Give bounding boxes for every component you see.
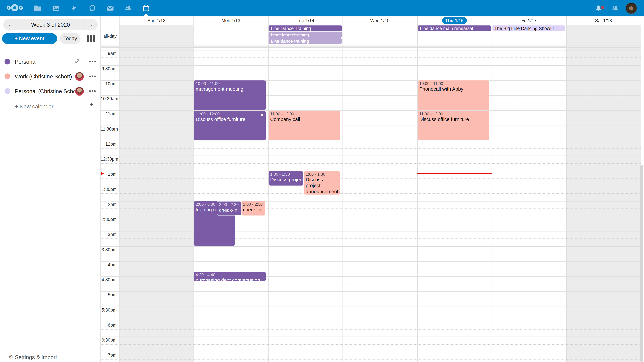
event-card[interactable]: 2:00 - 2:30check-in <box>241 201 265 216</box>
day-header[interactable]: Wed 1/15 <box>343 16 417 25</box>
slot-line <box>100 231 641 231</box>
calendar-sidebar: Week 3 of 2020 + New event Today Persona… <box>0 16 100 362</box>
view-switcher-button[interactable] <box>87 35 94 42</box>
slot-line-quarter <box>100 314 641 314</box>
new-event-button[interactable]: + New event <box>2 33 57 44</box>
event-time: 1:00 - 1:30 <box>270 171 302 177</box>
time-axis-label: 11am <box>100 111 117 117</box>
slot-line-quarter <box>100 193 641 194</box>
week-range-label[interactable]: Week 3 of 2020 <box>16 19 85 30</box>
slot-line-quarter <box>100 239 641 239</box>
event-card[interactable]: 11:00 - 12:00Company call <box>268 111 340 140</box>
slot-line-quarter <box>100 329 641 330</box>
slot-line <box>100 171 641 171</box>
grid-column-line <box>492 16 492 362</box>
event-card[interactable]: 10:00 - 11:00management meeting <box>194 80 266 110</box>
reminder-bell-icon <box>260 112 264 119</box>
slot-line <box>100 337 641 337</box>
allday-event[interactable]: Line dance training <box>269 32 342 38</box>
event-card[interactable]: 1:00 - 1:30Discuss project announcement <box>304 171 340 195</box>
owner-avatar <box>75 72 84 81</box>
event-title: Discuss project announcement <box>306 177 338 195</box>
allday-event[interactable]: Line dance training <box>269 38 342 44</box>
calendar-icon[interactable] <box>141 3 151 13</box>
allday-event[interactable]: Line dance main rehearsal <box>418 25 491 31</box>
day-header-label: Sat 1/18 <box>595 18 612 23</box>
mail-icon[interactable] <box>105 3 115 13</box>
time-axis-label: 7pm <box>100 353 117 358</box>
photos-icon[interactable] <box>51 3 61 13</box>
event-time: 11:00 - 12:00 <box>419 111 488 116</box>
plus-icon[interactable]: + <box>90 101 94 109</box>
event-card[interactable]: 11:00 - 12:00Discuss office furniture <box>418 111 489 140</box>
calendar-list-item[interactable]: Work (Christine Schott) <box>0 70 100 82</box>
time-axis-label: 3:30pm <box>100 247 117 252</box>
event-title: check-in <box>219 207 239 213</box>
slot-line-quarter <box>100 88 641 88</box>
files-icon[interactable] <box>33 3 43 13</box>
time-axis-label: 11:30am <box>100 126 117 132</box>
day-header-border <box>100 25 644 25</box>
day-header-label: Fri 1/17 <box>521 18 536 23</box>
event-card[interactable]: 4:20 - 4:40purchasing dept conversation <box>194 272 266 281</box>
allday-event[interactable]: The Big Line Dancing Show!!! <box>492 25 565 31</box>
nextcloud-logo[interactable] <box>6 3 24 13</box>
day-header[interactable]: Sun 1/12 <box>119 16 194 25</box>
talk-icon[interactable] <box>88 3 98 13</box>
day-header[interactable]: Mon 1/13 <box>194 16 268 25</box>
day-header-label: Tue 1/14 <box>296 18 314 23</box>
share-link-icon[interactable] <box>74 59 80 66</box>
grid-column-line <box>566 16 566 362</box>
current-time-line <box>417 173 492 174</box>
notifications-bell-icon[interactable] <box>594 3 604 13</box>
vertical-scrollbar[interactable] <box>640 165 643 362</box>
current-time-arrow <box>101 172 104 175</box>
today-pill[interactable]: Thu 1/16 <box>442 17 467 24</box>
grid-column-line <box>194 16 194 362</box>
event-card[interactable]: 2:00 - 2:30check-in <box>217 201 241 216</box>
time-axis-label: 10am <box>100 81 117 86</box>
slot-line <box>100 322 641 322</box>
event-card[interactable]: 1:00 - 1:30Discuss project announcement <box>268 171 303 185</box>
next-week-button[interactable] <box>85 19 98 30</box>
day-header-label: Mon 1/13 <box>221 18 240 23</box>
settings-import-label: Settings & import <box>15 354 57 360</box>
calendar-list-item[interactable]: Personal (Christine Scho… <box>0 85 100 97</box>
allday-event[interactable]: Line Dance Training <box>269 25 342 31</box>
previous-week-button[interactable] <box>3 19 16 30</box>
event-card[interactable]: 10:00 - 11:00Phonecall with Abby <box>418 80 489 110</box>
time-axis-label: 5pm <box>100 292 117 298</box>
slot-line <box>100 307 641 307</box>
event-card[interactable]: 11:00 - 12:00Discuss office furniture <box>194 111 266 140</box>
slot-line <box>100 246 641 247</box>
calendar-list-item[interactable]: Personal <box>0 55 100 68</box>
user-avatar[interactable] <box>626 2 637 14</box>
slot-line-quarter <box>100 103 641 103</box>
slot-line <box>100 292 641 292</box>
contacts-menu-icon[interactable] <box>610 3 620 13</box>
event-time: 11:00 - 12:00 <box>270 111 338 116</box>
slot-line-quarter <box>100 344 641 345</box>
calendar-actions-menu[interactable] <box>89 76 96 77</box>
calendar-color-dot <box>4 59 10 64</box>
day-header[interactable]: Thu 1/16 <box>417 16 492 25</box>
day-header[interactable]: Fri 1/17 <box>492 16 566 25</box>
event-time: 11:00 - 12:00 <box>196 111 264 116</box>
time-axis-label: 5:30pm <box>100 307 117 313</box>
activity-icon[interactable] <box>69 3 79 13</box>
calendar-name: Personal (Christine Scho… <box>15 88 75 94</box>
day-header[interactable]: Sat 1/18 <box>566 16 641 25</box>
event-title: purchasing dept conversation <box>196 277 264 281</box>
settings-import-button[interactable]: ⚙ Settings & import <box>0 351 100 362</box>
today-button[interactable]: Today <box>60 33 80 44</box>
contacts-icon[interactable] <box>123 3 133 13</box>
slot-line <box>100 276 641 277</box>
calendar-actions-menu[interactable] <box>89 90 96 92</box>
new-calendar-button[interactable]: + New calendar+ <box>0 100 100 112</box>
day-header[interactable]: Tue 1/14 <box>268 16 343 25</box>
slot-line-quarter <box>100 224 641 224</box>
calendar-color-dot <box>4 73 10 79</box>
calendar-actions-menu[interactable] <box>89 61 96 62</box>
slot-line-quarter <box>100 178 641 179</box>
grid-column-line <box>343 16 343 362</box>
